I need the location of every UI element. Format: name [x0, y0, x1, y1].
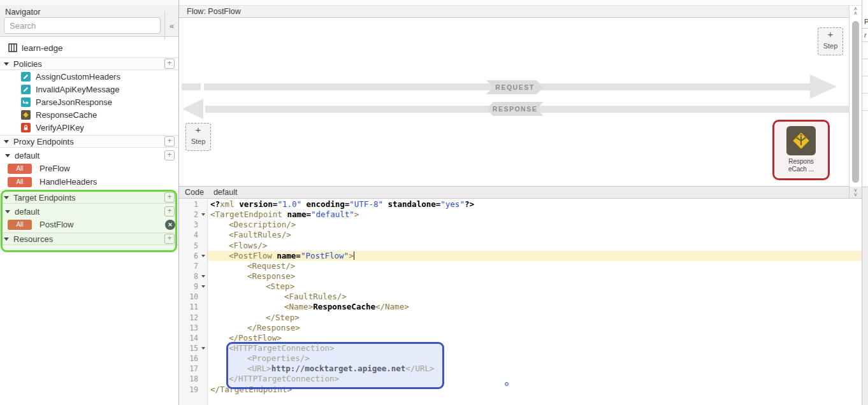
code-line-15[interactable]: <HTTPTargetConnection> — [208, 343, 862, 353]
code-line-17[interactable]: <URL>http://mocktarget.apigee.net</URL> — [208, 364, 862, 374]
flow-name: PostFlow — [40, 220, 73, 229]
code-token: </Name> — [375, 302, 409, 311]
target-endpoints-label: Target Endpoints — [13, 193, 76, 202]
chevron-down-icon[interactable] — [4, 62, 9, 66]
add-step-button-request[interactable]: + Step — [818, 27, 843, 55]
code-line-12[interactable]: </Step> — [208, 313, 862, 323]
code-line-18[interactable]: </HTTPTargetConnection> — [208, 374, 862, 384]
line-number-2[interactable]: 2 — [179, 210, 207, 220]
section-policies[interactable]: Policies + — [0, 57, 178, 70]
line-number-15[interactable]: 15 — [179, 343, 207, 353]
code-file-tab[interactable]: default — [213, 188, 238, 197]
add-step-button-response[interactable]: + Step — [185, 123, 211, 151]
collapse-up-icon[interactable]: ˄˄ — [850, 7, 862, 16]
code-line-10[interactable]: <FaultRules/> — [208, 292, 862, 302]
code-line-1[interactable]: <?xml version="1.0" encoding="UTF-8" sta… — [208, 199, 862, 210]
code-token: <HTTPTargetConnection> — [229, 343, 335, 353]
sidebar-collapse-button[interactable]: « — [164, 11, 178, 39]
request-bar-segment — [182, 83, 201, 90]
project-name: learn-edge — [22, 43, 63, 53]
node-name-line1: Respons — [774, 158, 828, 166]
fold-arrow-icon[interactable] — [201, 275, 205, 278]
project-item[interactable]: learn-edge — [0, 39, 178, 56]
collapse-down-icon[interactable]: ˅˅ — [849, 187, 862, 199]
chevron-down-icon[interactable] — [4, 238, 9, 241]
text-cursor — [354, 252, 355, 260]
close-icon[interactable]: ✕ — [165, 220, 175, 230]
fold-arrow-icon[interactable] — [201, 213, 205, 216]
flow-item-postflow[interactable]: AllPostFlow✕ — [0, 218, 178, 231]
policy-item-parsejsonresponse[interactable]: ParseJsonResponse — [0, 96, 178, 108]
proxy-endpoint-default[interactable]: default + — [0, 149, 178, 162]
add-resource-button[interactable]: + — [164, 234, 175, 244]
code-line-14[interactable]: </PostFlow> — [208, 333, 862, 343]
line-number-16: 16 — [179, 353, 207, 364]
section-target-endpoints[interactable]: Target Endpoints + — [0, 191, 178, 204]
code-token: name= — [282, 210, 311, 219]
chevron-down-icon[interactable] — [5, 210, 10, 213]
target-flow-list: AllPostFlow✕ — [0, 218, 178, 231]
section-resources[interactable]: Resources + — [0, 232, 178, 245]
flow-panel-header: Flow: PostFlow — [179, 6, 862, 18]
code-token: standalone= — [383, 199, 440, 209]
navigator-tree: learn-edge Policies + AssignCustomHeader… — [0, 37, 178, 245]
chevron-down-icon[interactable] — [4, 140, 9, 143]
chevron-down-icon[interactable] — [4, 196, 9, 199]
response-arrowhead-icon — [182, 99, 203, 119]
flow-item-handleheaders[interactable]: AllHandleHeaders — [0, 175, 178, 188]
code-line-7[interactable]: <Request/> — [208, 261, 862, 271]
code-line-11[interactable]: <Name>ResponseCache</Name> — [208, 302, 862, 312]
fold-arrow-icon[interactable] — [201, 255, 205, 257]
code-line-19[interactable]: </TargetEndpoint> — [208, 385, 862, 395]
add-target-endpoint-button[interactable]: + — [164, 192, 175, 202]
right-panel-label: P — [862, 15, 868, 29]
chevron-down-icon[interactable] — [5, 154, 10, 157]
pencil-icon — [21, 85, 31, 94]
line-number-9[interactable]: 9 — [179, 281, 207, 292]
code-line-6[interactable]: <PostFlow name="PostFlow"> — [208, 251, 862, 261]
step-button-label: Step — [818, 42, 843, 50]
annotation-dot — [505, 382, 509, 386]
code-line-2[interactable]: <TargetEndpoint name="default"> — [208, 210, 862, 220]
resources-label: Resources — [13, 234, 53, 244]
section-proxy-endpoints[interactable]: Proxy Endpoints + — [0, 135, 178, 148]
code-token: encoding= — [301, 199, 349, 209]
policy-item-responsecache[interactable]: ResponseCache — [0, 108, 178, 121]
code-lines[interactable]: <?xml version="1.0" encoding="UTF-8" sta… — [208, 199, 862, 405]
add-policy-button[interactable]: + — [164, 59, 175, 69]
line-number-6[interactable]: 6 — [179, 251, 207, 261]
line-number-13: 13 — [179, 323, 207, 333]
flow-item-preflow[interactable]: AllPreFlow — [0, 162, 178, 175]
add-proxy-endpoint-button[interactable]: + — [164, 136, 175, 146]
policy-item-invalidapikeymessage[interactable]: InvalidApiKeyMessage — [0, 83, 178, 96]
target-endpoint-default[interactable]: default + — [0, 205, 178, 218]
line-number-3: 3 — [179, 220, 207, 230]
flow-scrollbar-thumb[interactable] — [852, 21, 859, 183]
fold-arrow-icon[interactable] — [201, 285, 205, 288]
right-panel-label: r — [862, 29, 868, 42]
add-target-flow-button[interactable]: + — [164, 206, 175, 217]
xml-editor[interactable]: 12345678910111213141516171819 <?xml vers… — [179, 199, 862, 405]
code-token: </TargetEndpoint> — [210, 385, 292, 394]
code-token: </HTTPTargetConnection> — [229, 374, 339, 383]
policy-item-verifyapikey[interactable]: VerifyAPIKey — [0, 121, 178, 134]
code-line-4[interactable]: <FaultRules/> — [208, 230, 862, 240]
code-token: <FaultRules/> — [284, 292, 347, 301]
lock-icon — [21, 123, 31, 132]
code-line-5[interactable]: <Flows/> — [208, 241, 862, 251]
code-line-13[interactable]: </Response> — [208, 323, 862, 333]
line-number-8[interactable]: 8 — [179, 271, 207, 281]
flow-name: HandleHeaders — [40, 177, 97, 187]
code-line-3[interactable]: <Description/> — [208, 220, 862, 230]
code-token: <PostFlow — [229, 251, 272, 260]
add-proxy-flow-button[interactable]: + — [164, 150, 175, 160]
code-line-9[interactable]: <Step> — [208, 281, 862, 292]
code-line-16[interactable]: <Properties/> — [208, 353, 862, 364]
response-cache-step-node[interactable]: Respons eCach ... — [772, 120, 830, 180]
code-token: <Properties/> — [247, 353, 310, 363]
search-input[interactable] — [4, 17, 161, 34]
fold-arrow-icon[interactable] — [201, 347, 205, 350]
code-line-8[interactable]: <Response> — [208, 271, 862, 281]
right-panel-row-divider — [862, 59, 868, 76]
policy-item-assigncustomheaders[interactable]: AssignCustomHeaders — [0, 70, 178, 83]
